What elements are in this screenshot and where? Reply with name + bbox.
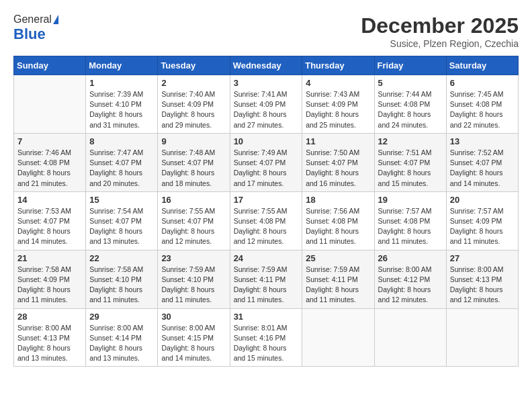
- calendar-week-row: 21Sunrise: 7:58 AM Sunset: 4:09 PM Dayli…: [14, 250, 519, 308]
- calendar-day-cell: 12Sunrise: 7:51 AM Sunset: 4:07 PM Dayli…: [374, 133, 446, 191]
- calendar-day-cell: 5Sunrise: 7:44 AM Sunset: 4:08 PM Daylig…: [374, 75, 446, 134]
- day-info: Sunrise: 7:57 AM Sunset: 4:09 PM Dayligh…: [450, 206, 515, 247]
- calendar-day-cell: 25Sunrise: 7:59 AM Sunset: 4:11 PM Dayli…: [302, 250, 374, 308]
- day-number: 1: [89, 78, 154, 88]
- calendar-day-cell: 1Sunrise: 7:39 AM Sunset: 4:10 PM Daylig…: [86, 75, 158, 134]
- calendar-day-cell: [302, 308, 374, 367]
- weekday-header-cell: Sunday: [14, 56, 86, 75]
- day-number: 11: [306, 136, 370, 146]
- calendar-day-cell: 23Sunrise: 7:59 AM Sunset: 4:10 PM Dayli…: [158, 250, 230, 308]
- calendar-day-cell: 22Sunrise: 7:58 AM Sunset: 4:10 PM Dayli…: [86, 250, 158, 308]
- day-number: 31: [234, 312, 299, 322]
- day-info: Sunrise: 7:48 AM Sunset: 4:07 PM Dayligh…: [161, 148, 226, 189]
- day-number: 8: [89, 136, 154, 146]
- day-info: Sunrise: 7:53 AM Sunset: 4:07 PM Dayligh…: [17, 206, 82, 247]
- calendar-day-cell: [374, 308, 446, 367]
- logo: General Blue: [13, 13, 58, 43]
- weekday-header-cell: Monday: [86, 56, 158, 75]
- weekday-header-row: SundayMondayTuesdayWednesdayThursdayFrid…: [14, 56, 519, 75]
- calendar-week-row: 28Sunrise: 8:00 AM Sunset: 4:13 PM Dayli…: [14, 308, 519, 367]
- logo-general-text: General: [13, 13, 52, 26]
- day-info: Sunrise: 7:44 AM Sunset: 4:08 PM Dayligh…: [378, 89, 443, 130]
- calendar-day-cell: 4Sunrise: 7:43 AM Sunset: 4:09 PM Daylig…: [302, 75, 374, 134]
- calendar-week-row: 1Sunrise: 7:39 AM Sunset: 4:10 PM Daylig…: [14, 75, 519, 134]
- calendar-day-cell: 8Sunrise: 7:47 AM Sunset: 4:07 PM Daylig…: [86, 133, 158, 191]
- day-info: Sunrise: 7:43 AM Sunset: 4:09 PM Dayligh…: [306, 89, 370, 130]
- day-number: 2: [161, 78, 226, 88]
- day-number: 21: [17, 253, 82, 263]
- calendar-day-cell: 18Sunrise: 7:56 AM Sunset: 4:08 PM Dayli…: [302, 191, 374, 250]
- day-number: 25: [306, 253, 370, 263]
- day-number: 30: [161, 312, 226, 322]
- day-info: Sunrise: 7:45 AM Sunset: 4:08 PM Dayligh…: [450, 89, 515, 130]
- day-info: Sunrise: 8:00 AM Sunset: 4:13 PM Dayligh…: [17, 323, 82, 364]
- calendar-day-cell: 2Sunrise: 7:40 AM Sunset: 4:09 PM Daylig…: [158, 75, 230, 134]
- day-info: Sunrise: 7:52 AM Sunset: 4:07 PM Dayligh…: [450, 148, 515, 189]
- calendar-day-cell: 21Sunrise: 7:58 AM Sunset: 4:09 PM Dayli…: [14, 250, 86, 308]
- calendar-day-cell: 13Sunrise: 7:52 AM Sunset: 4:07 PM Dayli…: [446, 133, 518, 191]
- day-info: Sunrise: 8:00 AM Sunset: 4:14 PM Dayligh…: [89, 323, 154, 364]
- day-number: 16: [161, 195, 226, 205]
- day-info: Sunrise: 7:41 AM Sunset: 4:09 PM Dayligh…: [234, 89, 299, 130]
- day-info: Sunrise: 7:55 AM Sunset: 4:07 PM Dayligh…: [161, 206, 226, 247]
- calendar-day-cell: 14Sunrise: 7:53 AM Sunset: 4:07 PM Dayli…: [14, 191, 86, 250]
- day-number: 28: [17, 312, 82, 322]
- day-info: Sunrise: 7:55 AM Sunset: 4:08 PM Dayligh…: [234, 206, 299, 247]
- day-info: Sunrise: 7:51 AM Sunset: 4:07 PM Dayligh…: [378, 148, 443, 189]
- weekday-header-cell: Wednesday: [230, 56, 302, 75]
- day-info: Sunrise: 7:54 AM Sunset: 4:07 PM Dayligh…: [89, 206, 154, 247]
- day-info: Sunrise: 7:59 AM Sunset: 4:10 PM Dayligh…: [161, 265, 226, 306]
- calendar-day-cell: 15Sunrise: 7:54 AM Sunset: 4:07 PM Dayli…: [86, 191, 158, 250]
- day-number: 14: [17, 195, 82, 205]
- page-header: General Blue December 2025 Susice, Plzen…: [13, 13, 519, 49]
- day-info: Sunrise: 7:56 AM Sunset: 4:08 PM Dayligh…: [306, 206, 370, 247]
- calendar-week-row: 7Sunrise: 7:46 AM Sunset: 4:08 PM Daylig…: [14, 133, 519, 191]
- calendar-day-cell: 19Sunrise: 7:57 AM Sunset: 4:08 PM Dayli…: [374, 191, 446, 250]
- calendar-day-cell: 7Sunrise: 7:46 AM Sunset: 4:08 PM Daylig…: [14, 133, 86, 191]
- calendar-day-cell: 27Sunrise: 8:00 AM Sunset: 4:13 PM Dayli…: [446, 250, 518, 308]
- calendar-table: SundayMondayTuesdayWednesdayThursdayFrid…: [13, 56, 519, 367]
- calendar-body: 1Sunrise: 7:39 AM Sunset: 4:10 PM Daylig…: [14, 75, 519, 367]
- calendar-day-cell: 20Sunrise: 7:57 AM Sunset: 4:09 PM Dayli…: [446, 191, 518, 250]
- day-number: 22: [89, 253, 154, 263]
- day-number: 18: [306, 195, 370, 205]
- calendar-day-cell: 10Sunrise: 7:49 AM Sunset: 4:07 PM Dayli…: [230, 133, 302, 191]
- day-info: Sunrise: 7:46 AM Sunset: 4:08 PM Dayligh…: [17, 148, 82, 189]
- calendar-day-cell: 31Sunrise: 8:01 AM Sunset: 4:16 PM Dayli…: [230, 308, 302, 367]
- title-area: December 2025 Susice, Plzen Region, Czec…: [361, 13, 519, 49]
- calendar-day-cell: 26Sunrise: 8:00 AM Sunset: 4:12 PM Dayli…: [374, 250, 446, 308]
- day-number: 13: [450, 136, 515, 146]
- day-info: Sunrise: 8:01 AM Sunset: 4:16 PM Dayligh…: [234, 323, 299, 364]
- weekday-header-cell: Saturday: [446, 56, 518, 75]
- calendar-day-cell: 29Sunrise: 8:00 AM Sunset: 4:14 PM Dayli…: [86, 308, 158, 367]
- day-info: Sunrise: 7:50 AM Sunset: 4:07 PM Dayligh…: [306, 148, 370, 189]
- weekday-header-cell: Friday: [374, 56, 446, 75]
- day-number: 15: [89, 195, 154, 205]
- weekday-header-cell: Tuesday: [158, 56, 230, 75]
- day-number: 5: [378, 78, 443, 88]
- logo-blue-text: Blue: [13, 26, 46, 43]
- calendar-week-row: 14Sunrise: 7:53 AM Sunset: 4:07 PM Dayli…: [14, 191, 519, 250]
- day-number: 10: [234, 136, 299, 146]
- calendar-title: December 2025: [361, 13, 519, 38]
- calendar-day-cell: 28Sunrise: 8:00 AM Sunset: 4:13 PM Dayli…: [14, 308, 86, 367]
- day-number: 26: [378, 253, 443, 263]
- day-number: 17: [234, 195, 299, 205]
- weekday-header-cell: Thursday: [302, 56, 374, 75]
- day-number: 24: [234, 253, 299, 263]
- day-info: Sunrise: 7:40 AM Sunset: 4:09 PM Dayligh…: [161, 89, 226, 130]
- day-number: 6: [450, 78, 515, 88]
- day-number: 9: [161, 136, 226, 146]
- calendar-day-cell: 16Sunrise: 7:55 AM Sunset: 4:07 PM Dayli…: [158, 191, 230, 250]
- calendar-day-cell: 24Sunrise: 7:59 AM Sunset: 4:11 PM Dayli…: [230, 250, 302, 308]
- calendar-day-cell: 6Sunrise: 7:45 AM Sunset: 4:08 PM Daylig…: [446, 75, 518, 134]
- calendar-day-cell: 3Sunrise: 7:41 AM Sunset: 4:09 PM Daylig…: [230, 75, 302, 134]
- calendar-day-cell: 30Sunrise: 8:00 AM Sunset: 4:15 PM Dayli…: [158, 308, 230, 367]
- day-number: 12: [378, 136, 443, 146]
- day-info: Sunrise: 7:57 AM Sunset: 4:08 PM Dayligh…: [378, 206, 443, 247]
- calendar-day-cell: 17Sunrise: 7:55 AM Sunset: 4:08 PM Dayli…: [230, 191, 302, 250]
- day-info: Sunrise: 8:00 AM Sunset: 4:13 PM Dayligh…: [450, 265, 515, 306]
- calendar-day-cell: 9Sunrise: 7:48 AM Sunset: 4:07 PM Daylig…: [158, 133, 230, 191]
- day-info: Sunrise: 7:49 AM Sunset: 4:07 PM Dayligh…: [234, 148, 299, 189]
- day-number: 19: [378, 195, 443, 205]
